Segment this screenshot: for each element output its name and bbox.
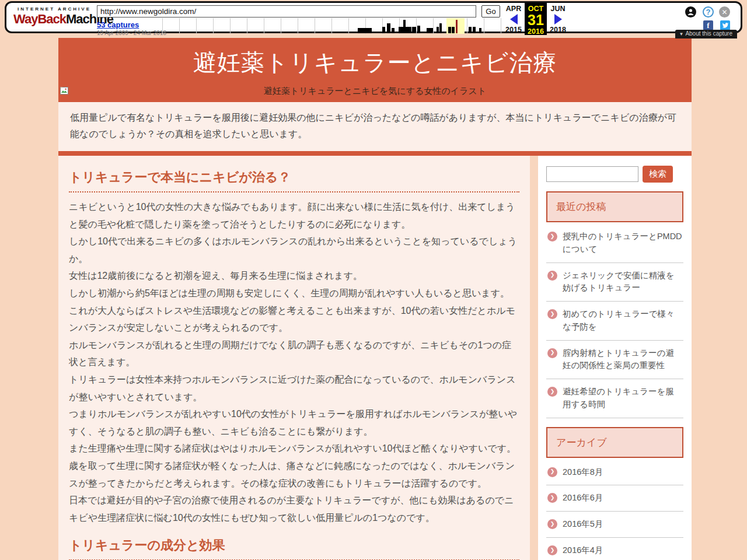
body-line: しかし初潮から約5年ほどは生理の周期も安定しにくく、生理の周期が乱れやすい人もい…: [69, 285, 519, 302]
capture-bar[interactable]: [412, 27, 416, 33]
prev-year-label: 2015: [505, 26, 522, 34]
link-label: ジェネリックで安価に精液を妨げるトリキュラー: [563, 270, 682, 295]
previous-capture-nav: APR 2015: [502, 3, 525, 35]
twitter-share-icon[interactable]: [720, 20, 730, 30]
body-line: トリキュラーは女性本来持つホルモンバランスに近づけた薬の配合になっているので、ホ…: [69, 371, 519, 405]
body-line: 日本では避妊が目的や子宮の治療で使用されるのが主要なトリキュラーですが、他にも効…: [69, 492, 519, 526]
recent-posts-heading: 最近の投稿: [546, 191, 683, 222]
arrow-bullet-icon: ❯: [547, 493, 557, 503]
search-form: 検索: [546, 166, 683, 183]
body-line: 女性は12歳前後になると初潮を迎え、毎月来る生理に悩まされます。: [69, 267, 519, 285]
sidebar: 検索 最近の投稿 ❯授乳中のトリキュラーとPMDDについて❯ジェネリックで安価に…: [538, 156, 692, 560]
link-label: 2016年4月: [563, 544, 603, 557]
archive-heading: アーカイブ: [546, 427, 683, 458]
capture-bar[interactable]: [430, 28, 433, 33]
body-line: ニキビというと10代の女性の大きな悩みでもあります。顔に出来ない様に生活に気を付…: [69, 198, 519, 233]
about-this-capture-button[interactable]: ▼About this capture: [675, 30, 737, 38]
search-input[interactable]: [546, 166, 638, 182]
arrow-bullet-icon: ❯: [547, 348, 557, 358]
next-year-label: 2018: [550, 26, 566, 34]
close-toolbar-icon[interactable]: ✕: [719, 6, 730, 18]
body-line: これが大人ならばストレスや生活環境などの影響と考えることも出来ますが、10代の若…: [69, 302, 519, 337]
section-heading: トリキュラーで本当にニキビが治る？: [69, 169, 519, 192]
arrow-bullet-icon: ❯: [547, 232, 557, 242]
previous-capture-arrow-icon[interactable]: [510, 14, 518, 24]
archive-list: ❯2016年8月❯2016年6月❯2016年5月❯2016年4月❯2016年3月…: [546, 460, 683, 560]
archive-month-link[interactable]: ❯2016年5月: [546, 512, 683, 538]
section-body: ニキビというと10代の女性の大きな悩みでもあります。顔に出来ない様に生活に気を付…: [69, 198, 519, 526]
capture-bar[interactable]: [417, 26, 420, 33]
recent-post-link[interactable]: ❯授乳中のトリキュラーとPMDDについて: [546, 224, 683, 263]
link-label: 腟内射精とトリキュラーの避妊の関係性と薬局の重要性: [563, 347, 682, 373]
help-icon[interactable]: ?: [703, 6, 714, 18]
caret-down-icon: ▼: [679, 32, 683, 37]
link-label: 初めてのトリキュラーで様々な予防を: [563, 308, 682, 334]
captures-link[interactable]: 53 captures: [97, 20, 139, 29]
account-icon[interactable]: [685, 6, 696, 18]
current-year-label: 2016: [528, 27, 544, 36]
site-header: 避妊薬トリキュラーとニキビ治療 避妊薬トリキュラーとニキビを気にする女性のイラス…: [58, 38, 692, 102]
body-line: ホルモンバランスが乱れると生理の周期だけでなく肌の調子も悪くなるのですが、ニキビ…: [69, 337, 519, 371]
prev-month-label: APR: [506, 5, 521, 13]
next-capture-nav: JUN 2018: [547, 3, 569, 35]
capture-bar[interactable]: [479, 28, 481, 33]
arrow-bullet-icon: ❯: [547, 387, 557, 397]
arrow-bullet-icon: ❯: [547, 309, 557, 319]
archive-month-link[interactable]: ❯2016年8月: [546, 460, 683, 486]
recent-post-link[interactable]: ❯ジェネリックで安価に精液を妨げるトリキュラー: [546, 263, 683, 302]
main-content: トリキュラーで本当にニキビが治る？ニキビというと10代の女性の大きな悩みでもあり…: [58, 156, 530, 560]
current-capture-marker: [456, 20, 458, 33]
capture-bar[interactable]: [452, 27, 455, 33]
current-day-label: 31: [528, 13, 544, 27]
site-title[interactable]: 避妊薬トリキュラーとニキビ治療: [58, 38, 692, 79]
link-label: 2016年8月: [563, 466, 603, 479]
body-line: しかし10代で出来るニキビの多くはホルモンバランスの乱れから出来るということを知…: [69, 233, 519, 267]
capture-bar[interactable]: [387, 23, 390, 33]
section-heading: トリキュラーの成分と効果: [69, 537, 519, 560]
wayback-machine-logo: WayBackMachine: [13, 13, 95, 26]
recent-post-link[interactable]: ❯初めてのトリキュラーで様々な予防を: [546, 302, 683, 341]
arrow-bullet-icon: ❯: [547, 545, 557, 555]
header-image-alt-text: 避妊薬トリキュラーとニキビを気にする女性のイラスト: [58, 86, 692, 97]
search-button[interactable]: 検索: [643, 166, 673, 183]
header-divider-bar: [58, 151, 692, 156]
capture-bar[interactable]: [473, 27, 476, 33]
capture-bar[interactable]: [403, 20, 406, 33]
capture-bar[interactable]: [358, 28, 372, 33]
capture-bar[interactable]: [382, 27, 385, 33]
wayback-logo[interactable]: INTERNET ARCHIVE WayBackMachine: [13, 6, 95, 26]
go-button[interactable]: Go: [481, 5, 500, 18]
link-label: 2016年6月: [563, 492, 603, 505]
recent-post-link[interactable]: ❯避妊希望のトリキュラーを服用する時間: [546, 379, 683, 418]
intro-paragraph: 低用量ピルで有名なトリキュラーを服用後に避妊効果の他にニキビが治ったなどの噂話が…: [58, 102, 692, 151]
facebook-share-icon[interactable]: f: [703, 20, 713, 30]
link-label: 避妊希望のトリキュラーを服用する時間: [563, 386, 682, 411]
capture-date-range: 19 Apr 2009 - 24 Mar 2018: [97, 30, 166, 36]
capture-bar[interactable]: [392, 28, 395, 33]
body-line: 歳を取って生理に関する諸症状が軽くなった人は、痛さなどに鈍感になったのではなく、…: [69, 457, 519, 492]
wayback-toolbar: INTERNET ARCHIVE WayBackMachine Go 53 ca…: [5, 1, 742, 33]
arrow-bullet-icon: ❯: [547, 519, 557, 529]
recent-post-link[interactable]: ❯腟内射精とトリキュラーの避妊の関係性と薬局の重要性: [546, 341, 683, 380]
link-label: 2016年5月: [563, 518, 603, 531]
archived-url-input[interactable]: [97, 5, 476, 18]
archived-page: 避妊薬トリキュラーとニキビ治療 避妊薬トリキュラーとニキビを気にする女性のイラス…: [58, 38, 692, 560]
next-month-label: JUN: [550, 5, 565, 13]
internet-archive-label: INTERNET ARCHIVE: [13, 6, 95, 12]
capture-timeline[interactable]: [162, 18, 504, 34]
arrow-bullet-icon: ❯: [547, 271, 557, 281]
archive-month-link[interactable]: ❯2016年4月: [546, 538, 683, 560]
body-line: また生理痛や生理に関する諸症状はやはりホルモンバランスが乱れやすい10代ほど酷く…: [69, 440, 519, 457]
recent-posts-list: ❯授乳中のトリキュラーとPMDDについて❯ジェネリックで安価に精液を妨げるトリキ…: [546, 224, 683, 418]
next-capture-arrow-icon[interactable]: [554, 14, 562, 24]
current-capture-date: OCT 31 2016: [525, 3, 547, 35]
capture-bar[interactable]: [469, 27, 472, 33]
link-label: 授乳中のトリキュラーとPMDDについて: [563, 230, 682, 256]
arrow-bullet-icon: ❯: [547, 467, 557, 477]
body-line: つまりホルモンバランスが乱れやすい10代の女性がトリキュラーを服用すればホルモン…: [69, 405, 519, 440]
archive-month-link[interactable]: ❯2016年6月: [546, 485, 683, 512]
capture-bar[interactable]: [439, 23, 442, 33]
capture-bar[interactable]: [448, 27, 451, 33]
capture-bar[interactable]: [437, 27, 439, 33]
